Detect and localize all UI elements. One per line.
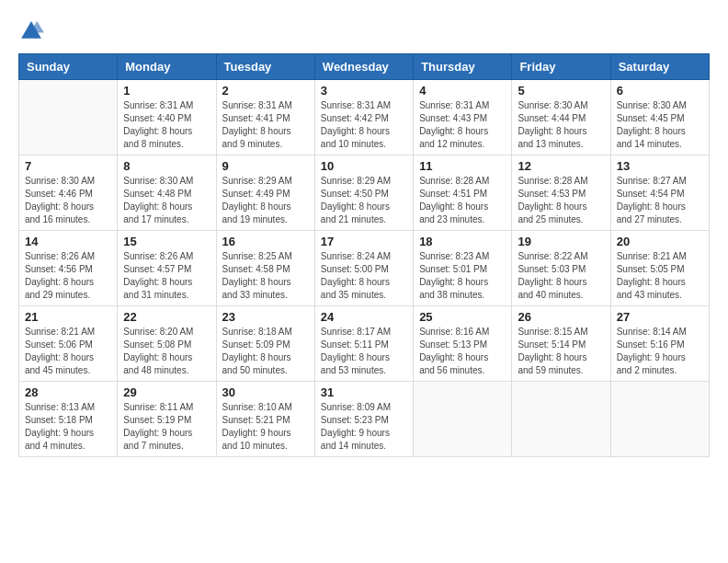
day-header-saturday: Saturday bbox=[610, 54, 709, 80]
day-info: Sunrise: 8:26 AMSunset: 4:57 PMDaylight:… bbox=[123, 250, 210, 302]
calendar-week-row: 14Sunrise: 8:26 AMSunset: 4:56 PMDayligh… bbox=[19, 231, 710, 306]
day-number: 22 bbox=[123, 310, 210, 324]
day-info: Sunrise: 8:09 AMSunset: 5:23 PMDaylight:… bbox=[321, 401, 407, 453]
day-info: Sunrise: 8:28 AMSunset: 4:53 PMDaylight:… bbox=[518, 175, 604, 226]
day-info: Sunrise: 8:31 AMSunset: 4:40 PMDaylight:… bbox=[123, 99, 210, 151]
page-header bbox=[18, 18, 710, 44]
day-info: Sunrise: 8:18 AMSunset: 5:09 PMDaylight:… bbox=[222, 326, 309, 377]
day-info: Sunrise: 8:20 AMSunset: 5:08 PMDaylight:… bbox=[123, 326, 210, 377]
day-number: 29 bbox=[123, 385, 210, 399]
calendar-cell: 24Sunrise: 8:17 AMSunset: 5:11 PMDayligh… bbox=[314, 306, 413, 382]
day-number: 8 bbox=[123, 159, 210, 173]
calendar-week-row: 21Sunrise: 8:21 AMSunset: 5:06 PMDayligh… bbox=[19, 306, 710, 382]
day-number: 14 bbox=[25, 235, 111, 248]
day-number: 25 bbox=[419, 310, 506, 324]
calendar-cell: 28Sunrise: 8:13 AMSunset: 5:18 PMDayligh… bbox=[19, 382, 118, 457]
calendar-cell bbox=[512, 382, 610, 457]
calendar-cell: 2Sunrise: 8:31 AMSunset: 4:41 PMDaylight… bbox=[216, 80, 314, 155]
calendar-cell: 21Sunrise: 8:21 AMSunset: 5:06 PMDayligh… bbox=[19, 306, 118, 382]
day-number: 21 bbox=[25, 310, 111, 324]
calendar-cell: 1Sunrise: 8:31 AMSunset: 4:40 PMDaylight… bbox=[118, 80, 216, 155]
calendar-cell: 29Sunrise: 8:11 AMSunset: 5:19 PMDayligh… bbox=[118, 382, 216, 457]
calendar-cell: 6Sunrise: 8:30 AMSunset: 4:45 PMDaylight… bbox=[610, 80, 709, 155]
calendar-cell bbox=[610, 382, 709, 457]
day-number: 23 bbox=[222, 310, 309, 324]
calendar-week-row: 7Sunrise: 8:30 AMSunset: 4:46 PMDaylight… bbox=[19, 155, 710, 231]
day-info: Sunrise: 8:28 AMSunset: 4:51 PMDaylight:… bbox=[419, 175, 506, 226]
calendar-cell: 9Sunrise: 8:29 AMSunset: 4:49 PMDaylight… bbox=[216, 155, 314, 231]
day-number: 26 bbox=[518, 310, 604, 324]
calendar-cell: 12Sunrise: 8:28 AMSunset: 4:53 PMDayligh… bbox=[512, 155, 610, 231]
day-number: 16 bbox=[222, 235, 309, 248]
calendar-cell: 23Sunrise: 8:18 AMSunset: 5:09 PMDayligh… bbox=[216, 306, 314, 382]
day-header-wednesday: Wednesday bbox=[314, 54, 413, 80]
logo bbox=[18, 18, 48, 44]
day-info: Sunrise: 8:10 AMSunset: 5:21 PMDaylight:… bbox=[222, 401, 309, 453]
calendar-cell: 19Sunrise: 8:22 AMSunset: 5:03 PMDayligh… bbox=[512, 231, 610, 306]
day-number: 13 bbox=[617, 159, 703, 173]
day-number: 6 bbox=[617, 84, 703, 98]
calendar-week-row: 28Sunrise: 8:13 AMSunset: 5:18 PMDayligh… bbox=[19, 382, 710, 457]
day-info: Sunrise: 8:30 AMSunset: 4:45 PMDaylight:… bbox=[617, 99, 703, 151]
calendar-cell: 22Sunrise: 8:20 AMSunset: 5:08 PMDayligh… bbox=[118, 306, 216, 382]
calendar: SundayMondayTuesdayWednesdayThursdayFrid… bbox=[18, 53, 710, 457]
day-info: Sunrise: 8:31 AMSunset: 4:41 PMDaylight:… bbox=[222, 99, 309, 151]
day-info: Sunrise: 8:14 AMSunset: 5:16 PMDaylight:… bbox=[617, 326, 703, 377]
day-number: 24 bbox=[321, 310, 407, 324]
calendar-cell: 14Sunrise: 8:26 AMSunset: 4:56 PMDayligh… bbox=[19, 231, 118, 306]
calendar-cell: 10Sunrise: 8:29 AMSunset: 4:50 PMDayligh… bbox=[314, 155, 413, 231]
day-number: 17 bbox=[321, 235, 407, 248]
day-info: Sunrise: 8:11 AMSunset: 5:19 PMDaylight:… bbox=[123, 401, 210, 453]
calendar-cell: 16Sunrise: 8:25 AMSunset: 4:58 PMDayligh… bbox=[216, 231, 314, 306]
calendar-header-row: SundayMondayTuesdayWednesdayThursdayFrid… bbox=[19, 54, 710, 80]
day-info: Sunrise: 8:15 AMSunset: 5:14 PMDaylight:… bbox=[518, 326, 604, 377]
day-header-friday: Friday bbox=[512, 54, 610, 80]
calendar-cell bbox=[414, 382, 512, 457]
day-header-tuesday: Tuesday bbox=[216, 54, 314, 80]
day-info: Sunrise: 8:16 AMSunset: 5:13 PMDaylight:… bbox=[419, 326, 506, 377]
day-number: 28 bbox=[25, 385, 111, 399]
day-header-thursday: Thursday bbox=[414, 54, 512, 80]
day-info: Sunrise: 8:29 AMSunset: 4:50 PMDaylight:… bbox=[321, 175, 407, 226]
day-number: 12 bbox=[518, 159, 604, 173]
calendar-cell: 31Sunrise: 8:09 AMSunset: 5:23 PMDayligh… bbox=[314, 382, 413, 457]
calendar-cell: 11Sunrise: 8:28 AMSunset: 4:51 PMDayligh… bbox=[414, 155, 512, 231]
day-info: Sunrise: 8:31 AMSunset: 4:43 PMDaylight:… bbox=[419, 99, 506, 151]
logo-icon bbox=[18, 18, 44, 44]
day-info: Sunrise: 8:22 AMSunset: 5:03 PMDaylight:… bbox=[518, 250, 604, 302]
calendar-cell: 26Sunrise: 8:15 AMSunset: 5:14 PMDayligh… bbox=[512, 306, 610, 382]
day-number: 15 bbox=[123, 235, 210, 248]
calendar-cell: 4Sunrise: 8:31 AMSunset: 4:43 PMDaylight… bbox=[414, 80, 512, 155]
calendar-cell: 15Sunrise: 8:26 AMSunset: 4:57 PMDayligh… bbox=[118, 231, 216, 306]
day-number: 9 bbox=[222, 159, 309, 173]
day-number: 5 bbox=[518, 84, 604, 98]
day-info: Sunrise: 8:29 AMSunset: 4:49 PMDaylight:… bbox=[222, 175, 309, 226]
calendar-cell: 13Sunrise: 8:27 AMSunset: 4:54 PMDayligh… bbox=[610, 155, 709, 231]
day-info: Sunrise: 8:13 AMSunset: 5:18 PMDaylight:… bbox=[25, 401, 111, 453]
day-info: Sunrise: 8:24 AMSunset: 5:00 PMDaylight:… bbox=[321, 250, 407, 302]
day-info: Sunrise: 8:31 AMSunset: 4:42 PMDaylight:… bbox=[321, 99, 407, 151]
calendar-cell: 5Sunrise: 8:30 AMSunset: 4:44 PMDaylight… bbox=[512, 80, 610, 155]
day-number: 18 bbox=[419, 235, 506, 248]
day-header-monday: Monday bbox=[118, 54, 216, 80]
calendar-cell: 7Sunrise: 8:30 AMSunset: 4:46 PMDaylight… bbox=[19, 155, 118, 231]
day-number: 1 bbox=[123, 84, 210, 98]
day-info: Sunrise: 8:27 AMSunset: 4:54 PMDaylight:… bbox=[617, 175, 703, 226]
calendar-cell: 20Sunrise: 8:21 AMSunset: 5:05 PMDayligh… bbox=[610, 231, 709, 306]
day-number: 4 bbox=[419, 84, 506, 98]
day-number: 7 bbox=[25, 159, 111, 173]
day-info: Sunrise: 8:26 AMSunset: 4:56 PMDaylight:… bbox=[25, 250, 111, 302]
day-number: 19 bbox=[518, 235, 604, 248]
day-info: Sunrise: 8:25 AMSunset: 4:58 PMDaylight:… bbox=[222, 250, 309, 302]
calendar-cell: 8Sunrise: 8:30 AMSunset: 4:48 PMDaylight… bbox=[118, 155, 216, 231]
day-number: 2 bbox=[222, 84, 309, 98]
calendar-cell: 30Sunrise: 8:10 AMSunset: 5:21 PMDayligh… bbox=[216, 382, 314, 457]
calendar-cell: 18Sunrise: 8:23 AMSunset: 5:01 PMDayligh… bbox=[414, 231, 512, 306]
day-number: 31 bbox=[321, 385, 407, 399]
day-info: Sunrise: 8:17 AMSunset: 5:11 PMDaylight:… bbox=[321, 326, 407, 377]
day-info: Sunrise: 8:30 AMSunset: 4:44 PMDaylight:… bbox=[518, 99, 604, 151]
calendar-cell: 17Sunrise: 8:24 AMSunset: 5:00 PMDayligh… bbox=[314, 231, 413, 306]
day-info: Sunrise: 8:23 AMSunset: 5:01 PMDaylight:… bbox=[419, 250, 506, 302]
day-number: 30 bbox=[222, 385, 309, 399]
day-number: 10 bbox=[321, 159, 407, 173]
